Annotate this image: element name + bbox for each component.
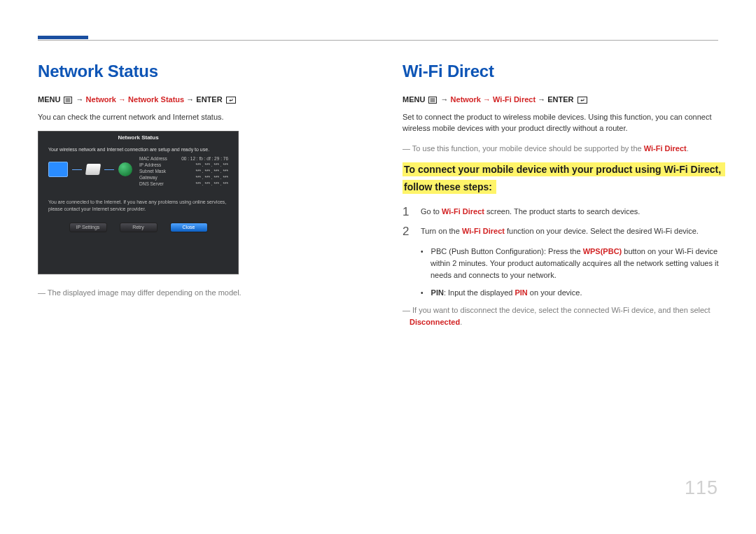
row-label: DNS Server <box>139 181 164 186</box>
heading-network-status: Network Status <box>38 62 370 81</box>
step-text: Turn on the Wi-Fi Direct function on you… <box>421 225 699 237</box>
step-hl: Wi-Fi Direct <box>442 207 484 216</box>
subheading-highlight: To connect your mobile device with your … <box>402 162 725 194</box>
model-disclaimer-text: The displayed image may differ depending… <box>48 288 241 297</box>
heading-wifi-direct: Wi-Fi Direct <box>402 62 726 81</box>
step-item: 1 Go to Wi-Fi Direct screen. The product… <box>402 206 726 219</box>
bullet-hl: WPS(PBC) <box>583 247 622 255</box>
svg-rect-4 <box>226 97 235 104</box>
globe-icon <box>118 162 132 176</box>
bullet-post: on your device. <box>528 288 582 297</box>
breadcrumb-right: MENU → Network → Wi-Fi Direct → ENTER <box>402 94 726 107</box>
screenshot-msg2: You are connected to the Internet. If yo… <box>48 199 228 213</box>
arrow: → <box>186 95 196 104</box>
bullet-hl: PIN <box>514 288 527 297</box>
connection-diagram <box>48 156 132 183</box>
arrow: → <box>441 95 451 104</box>
row-value: *** . *** . *** . *** <box>195 162 228 167</box>
screenshot-msg1: Your wireless network and Internet conne… <box>48 147 228 152</box>
close-button[interactable]: Close <box>170 223 208 232</box>
intro-text-left: You can check the current network and In… <box>38 111 370 123</box>
step-post: screen. The product starts to search dev… <box>484 207 640 216</box>
retry-button[interactable]: Retry <box>120 223 158 232</box>
subheading-wrap: To connect your mobile device with your … <box>402 161 726 196</box>
screenshot-title: Network Status <box>38 132 238 143</box>
breadcrumb-enter-label: ENTER <box>547 95 573 104</box>
step-number: 2 <box>402 225 411 239</box>
page-number: 115 <box>685 477 718 499</box>
note-text-post: . <box>687 144 689 153</box>
row-label: Gateway <box>139 175 158 180</box>
note-text-pre: If you want to disconnect the device, se… <box>412 306 710 314</box>
bullet-item: PBC (Push Button Configuration): Press t… <box>421 246 726 281</box>
step-post: function on your device. Select the desi… <box>505 227 699 235</box>
step-pre: Go to <box>421 207 442 216</box>
breadcrumb-menu-label: MENU <box>402 95 425 104</box>
enter-icon <box>226 95 236 107</box>
row-label: MAC Address <box>139 156 167 161</box>
breadcrumb-path: Network → Wi-Fi Direct <box>451 95 536 104</box>
note-text-hl: Disconnected <box>410 318 460 326</box>
right-column: Wi-Fi Direct MENU → Network → Wi-Fi Dire… <box>402 62 726 335</box>
step-text: Go to Wi-Fi Direct screen. The product s… <box>421 206 640 218</box>
menu-icon <box>428 95 437 107</box>
arrow: → <box>76 95 86 104</box>
step-number: 1 <box>402 206 411 219</box>
row-label: IP Address <box>139 162 161 167</box>
connection-line <box>72 169 82 170</box>
row-label: Subnet Mask <box>139 169 166 174</box>
left-column: Network Status MENU → Network → Network … <box>38 62 370 335</box>
router-icon <box>85 164 101 175</box>
bullet-bold: PIN <box>431 288 444 297</box>
arrow: → <box>538 95 547 104</box>
intro-text-right: Set to connect the product to wireless m… <box>402 111 726 134</box>
connection-line <box>104 169 114 170</box>
network-status-screenshot: Network Status Your wireless network and… <box>38 131 239 274</box>
disconnect-note: If you want to disconnect the device, se… <box>402 304 726 328</box>
page-top-rule <box>38 40 718 41</box>
svg-rect-9 <box>578 97 587 104</box>
row-value: *** . *** . *** . *** <box>195 175 228 180</box>
note-text-pre: To use this function, your mobile device… <box>412 144 644 153</box>
ip-settings-button[interactable]: IP Settings <box>69 223 107 232</box>
row-value: *** . *** . *** . *** <box>195 169 228 174</box>
step-list: 1 Go to Wi-Fi Direct screen. The product… <box>402 206 726 239</box>
breadcrumb-menu-label: MENU <box>38 95 60 104</box>
note-text-post: . <box>460 318 462 326</box>
breadcrumb-enter-label: ENTER <box>196 95 222 104</box>
model-disclaimer-note: The displayed image may differ depending… <box>38 287 370 299</box>
step-pre: Turn on the <box>421 227 462 235</box>
step-item: 2 Turn on the Wi-Fi Direct function on y… <box>402 225 726 239</box>
bullet-item: PIN: Input the displayed PIN on your dev… <box>421 287 726 299</box>
row-value: *** . *** . *** . *** <box>195 181 228 186</box>
breadcrumb-left: MENU → Network → Network Status → ENTER <box>38 94 370 107</box>
bullet-pre: PBC (Push Button Configuration): Press t… <box>431 247 583 255</box>
note-text-hl: Wi-Fi Direct <box>644 144 687 153</box>
row-value: 00 : 12 : fb : df : 29 : 76 <box>181 156 228 161</box>
bullet-plain: : Input the displayed <box>444 288 515 297</box>
step-hl: Wi-Fi Direct <box>462 227 505 235</box>
menu-icon <box>64 95 72 107</box>
support-note: To use this function, your mobile device… <box>402 143 726 155</box>
network-details-table: MAC Address00 : 12 : fb : df : 29 : 76 I… <box>139 156 228 188</box>
breadcrumb-path: Network → Network Status <box>86 95 185 104</box>
tv-icon <box>48 162 68 177</box>
bullet-list: PBC (Push Button Configuration): Press t… <box>421 246 726 299</box>
enter-icon <box>578 95 587 107</box>
